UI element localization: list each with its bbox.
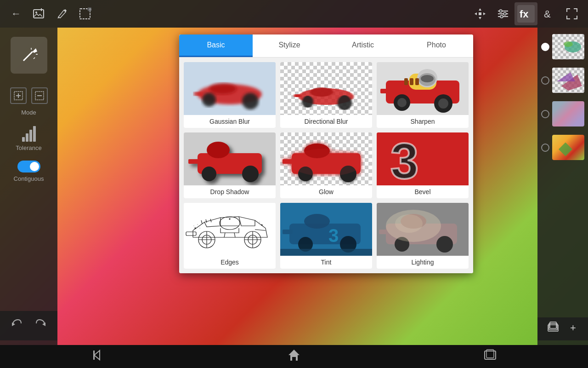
fullscreen-button[interactable]	[560, 2, 583, 25]
svg-marker-32	[42, 322, 45, 326]
back-nav-button[interactable]	[81, 344, 114, 368]
recents-nav-icon	[483, 348, 498, 362]
filter-grid: Gaussian Blur	[179, 58, 473, 273]
back-nav-icon	[90, 348, 105, 362]
svg-point-107	[229, 218, 230, 219]
add-layer-button[interactable]: +	[568, 322, 579, 336]
svg-line-23	[34, 58, 35, 59]
svg-point-15	[499, 10, 502, 12]
bottom-nav	[0, 345, 588, 368]
undo-button[interactable]	[8, 316, 25, 336]
svg-point-68	[397, 98, 407, 107]
layer-item-4[interactable]	[537, 133, 588, 162]
contiguous-label: Contiguous	[14, 175, 44, 182]
tolerance-icon	[22, 125, 36, 142]
layers-bottom-bar: +	[537, 317, 588, 340]
pencil-button[interactable]	[51, 2, 74, 25]
redo-button[interactable]	[32, 316, 50, 336]
mode-add-button[interactable]	[10, 87, 27, 104]
svg-point-105	[195, 228, 196, 229]
sliders-button[interactable]	[492, 2, 514, 25]
filter-name-edges: Edges	[220, 256, 239, 269]
fullscreen-icon	[565, 7, 578, 20]
svg-point-17	[500, 15, 503, 18]
combine-button[interactable]: &	[537, 2, 560, 25]
combine-icon: &	[543, 7, 555, 20]
layer-radio-3[interactable]	[541, 110, 549, 118]
filter-name-gaussian: Gaussian Blur	[209, 115, 250, 128]
filter-edges[interactable]: Edges	[184, 203, 276, 269]
toggle-knob	[30, 162, 39, 171]
svg-marker-10	[483, 12, 486, 15]
filter-bevel[interactable]: 3 3 Bevel	[377, 132, 469, 198]
svg-point-115	[304, 214, 330, 229]
filter-thumb-edges	[184, 203, 276, 256]
tab-photo[interactable]: Photo	[400, 34, 473, 57]
svg-point-58	[302, 96, 314, 108]
svg-marker-22	[33, 48, 37, 53]
layer-radio-1[interactable]	[541, 43, 549, 51]
home-nav-icon	[287, 348, 301, 362]
selection-icon: ⚙	[79, 7, 91, 20]
filter-name-sharpen: Sharpen	[411, 115, 435, 128]
tab-artistic[interactable]: Artistic	[326, 34, 400, 57]
filter-name-drop-shadow: Drop Shadow	[210, 185, 249, 198]
layer-item-3[interactable]	[537, 99, 588, 128]
image-add-button[interactable]	[28, 2, 51, 25]
svg-rect-80	[188, 159, 200, 164]
filter-name-glow: Glow	[319, 185, 334, 198]
svg-point-112	[262, 225, 263, 226]
mode-subtract-button[interactable]	[31, 87, 48, 104]
svg-point-59	[337, 95, 352, 110]
layer-item-2[interactable]	[537, 66, 588, 95]
filter-gaussian-blur[interactable]: Gaussian Blur	[184, 62, 276, 128]
svg-point-90	[289, 149, 363, 176]
filter-thumb-directional	[280, 62, 372, 115]
filter-sharpen[interactable]: Sharpen	[377, 62, 469, 128]
layer-thumb-1	[552, 34, 584, 59]
svg-line-21	[23, 52, 33, 61]
magic-wand-icon	[20, 46, 38, 64]
svg-point-125	[436, 236, 453, 253]
layer-radio-4[interactable]	[541, 144, 549, 152]
layers-panel-button[interactable]	[547, 321, 560, 337]
tab-stylize[interactable]: Stylize	[253, 34, 326, 57]
tab-basic[interactable]: Basic	[179, 34, 253, 57]
fx-icon: fx	[517, 5, 535, 23]
svg-rect-72	[404, 78, 408, 85]
svg-marker-8	[479, 17, 481, 19]
filter-thumb-gaussian	[184, 62, 276, 115]
svg-point-57	[310, 87, 333, 97]
layer-item-1[interactable]	[537, 32, 588, 61]
filter-glow[interactable]: Glow	[280, 132, 372, 198]
filter-thumb-glow	[280, 132, 372, 185]
mode-subtract-icon	[35, 91, 44, 100]
layers-icon	[547, 321, 560, 334]
redo-icon	[34, 318, 47, 331]
svg-marker-31	[12, 322, 15, 326]
fx-button[interactable]: fx	[514, 2, 537, 25]
add-layer-icon: +	[568, 322, 579, 333]
svg-rect-71	[380, 89, 390, 93]
svg-point-16	[503, 12, 506, 15]
filter-directional-blur[interactable]: Directional Blur	[280, 62, 372, 128]
filter-name-directional: Directional Blur	[305, 115, 348, 128]
move-button[interactable]	[469, 2, 492, 25]
top-toolbar: ← ⚙	[0, 0, 588, 28]
filter-name-tint: Tint	[321, 256, 332, 269]
back-button[interactable]: ←	[5, 2, 28, 25]
contiguous-toggle[interactable]	[17, 161, 40, 172]
filter-tint[interactable]: 3 Tint	[280, 203, 372, 269]
filter-drop-shadow[interactable]: Drop Shadow	[184, 132, 276, 198]
recents-nav-button[interactable]	[474, 344, 507, 368]
mode-add-icon	[14, 91, 23, 100]
home-nav-button[interactable]	[277, 344, 311, 368]
svg-point-49	[242, 93, 259, 109]
magic-wand-button[interactable]	[11, 37, 47, 74]
svg-marker-36	[557, 72, 575, 81]
selection-button[interactable]: ⚙	[74, 2, 96, 25]
filter-lighting[interactable]: Lighting	[377, 203, 469, 269]
layer-radio-2[interactable]	[541, 76, 549, 85]
move-icon	[474, 7, 486, 20]
svg-text:+: +	[570, 322, 576, 333]
